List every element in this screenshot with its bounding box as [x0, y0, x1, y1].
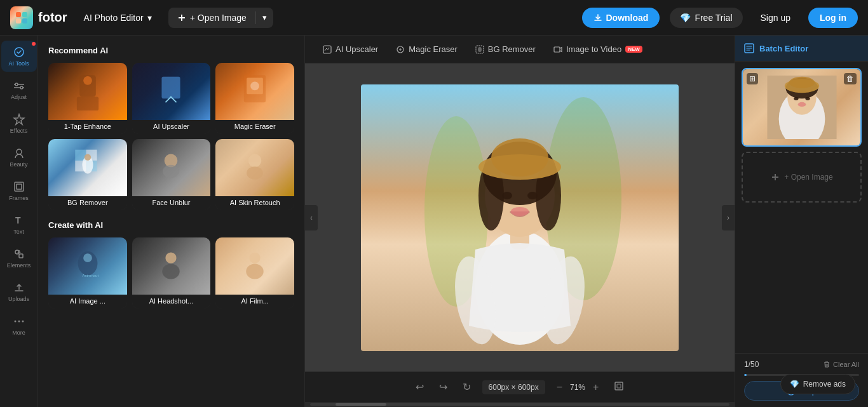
svg-point-38 — [248, 154, 262, 168]
image-to-video-tool-label: Image to Video — [566, 44, 621, 54]
batch-editor-icon — [744, 43, 754, 53]
ai1-svg: Astronaut — [72, 247, 104, 285]
sidebar-label-frames: Frames — [9, 195, 29, 201]
remove-ads-button[interactable]: 💎 Remove ads — [780, 374, 855, 394]
redo-icon: ↪ — [439, 382, 447, 392]
add-image-label: + Open Image — [784, 173, 832, 182]
ai-card-eraser[interactable]: Magic Eraser — [215, 63, 294, 134]
canvas-bottom-bar: ↩ ↪ ↻ 600px × 600px − 71% + — [305, 371, 735, 402]
new-badge: NEW — [625, 46, 642, 53]
login-label: Log in — [820, 13, 846, 23]
canvas-scrollbar[interactable] — [305, 402, 735, 407]
batch-editor-title: Batch Editor — [759, 44, 808, 53]
sidebar-label-adjust: Adjust — [11, 94, 27, 100]
image-to-video-tool[interactable]: Image to Video NEW — [546, 41, 650, 58]
layers-icon: ⊞ — [747, 73, 758, 84]
signup-button[interactable]: Sign up — [753, 8, 798, 28]
download-button[interactable]: Download — [582, 8, 660, 28]
ai-card-skinretouch[interactable]: AI Skin Retouch — [215, 139, 294, 210]
ai-card-1tap[interactable]: 1-Tap Enhance — [48, 63, 127, 134]
progress-bar-fill — [744, 374, 747, 376]
ai-card-ai1[interactable]: Astronaut AI Image ... — [48, 237, 127, 309]
add-image-card[interactable]: + Open Image — [742, 152, 862, 203]
canvas-zoom-control: − 71% + — [553, 380, 603, 394]
thumbnail-delete-button[interactable]: 🗑 — [844, 73, 857, 84]
svg-point-21 — [18, 321, 20, 323]
header: fotor AI Photo Editor ▾ + Open Image ▾ D… — [0, 0, 868, 36]
frames-icon — [13, 180, 25, 193]
undo-icon: ↩ — [416, 382, 424, 392]
svg-point-24 — [83, 76, 92, 85]
zoom-in-button[interactable]: + — [589, 380, 602, 394]
fit-screen-button[interactable] — [610, 377, 628, 397]
sidebar-item-beauty[interactable]: Beauty — [1, 142, 37, 173]
zoom-level: 71% — [570, 383, 585, 392]
ai-card-upscaler[interactable]: AI Upscaler — [132, 63, 211, 134]
ai-card-bgremove-label: BG Remover — [48, 196, 127, 210]
body-area: AI Tools Adjust Effects — [0, 36, 868, 407]
download-label: Download — [606, 13, 649, 23]
svg-text:T: T — [15, 215, 21, 225]
ai-card-skinretouch-img — [215, 139, 294, 196]
ai-card-eraser-label: Magic Eraser — [215, 120, 294, 134]
svg-text:Astronaut: Astronaut — [82, 274, 98, 277]
thumbnail-card[interactable]: ⊞ 🗑 — [742, 68, 862, 147]
thumbnail-overlay: ⊞ 🗑 — [747, 73, 857, 84]
ai-card-bgremove-img — [48, 139, 127, 196]
open-image-button[interactable]: + Open Image — [168, 8, 255, 28]
free-trial-button[interactable]: 💎 Free Trial — [670, 8, 742, 28]
sidebar-label-text: Text — [13, 229, 24, 235]
ai-card-faceunblur[interactable]: Face Unblur — [132, 139, 211, 210]
svg-rect-3 — [22, 18, 27, 23]
svg-rect-68 — [617, 384, 621, 388]
svg-point-37 — [163, 165, 180, 178]
logo: fotor — [10, 6, 67, 29]
magic-eraser-tool[interactable]: Magic Eraser — [388, 41, 465, 58]
eraser-svg — [239, 72, 271, 110]
svg-rect-51 — [554, 47, 560, 52]
skinretouch-svg — [239, 149, 271, 187]
undo-button[interactable]: ↩ — [412, 377, 428, 397]
sidebar-label-ai-tools: AI Tools — [9, 60, 29, 67]
ai-tools-icon — [13, 46, 25, 58]
bg-remover-tool-icon — [475, 45, 484, 54]
sidebar-item-adjust[interactable]: Adjust — [1, 74, 37, 105]
svg-rect-0 — [16, 12, 21, 17]
login-button[interactable]: Log in — [808, 8, 858, 28]
app-title-dropdown[interactable]: AI Photo Editor ▾ — [78, 9, 158, 27]
refresh-icon: ↻ — [463, 382, 471, 392]
adjust-icon — [13, 79, 25, 92]
canvas-area: AI Upscaler Magic Eraser BG Remover — [305, 36, 735, 407]
sidebar-label-elements: Elements — [7, 262, 31, 269]
sidebar-item-effects[interactable]: Effects — [1, 108, 37, 139]
ai-upscaler-tool[interactable]: AI Upscaler — [315, 41, 386, 58]
refresh-button[interactable]: ↻ — [459, 377, 475, 397]
ai-card-ai3[interactable]: AI Film... — [215, 237, 294, 309]
sidebar-item-frames[interactable]: Frames — [1, 175, 37, 206]
redo-button[interactable]: ↪ — [435, 377, 451, 397]
open-image-more-button[interactable]: ▾ — [256, 8, 273, 27]
trash-icon — [823, 361, 831, 368]
bg-remover-tool[interactable]: BG Remover — [468, 41, 543, 58]
svg-rect-15 — [15, 182, 24, 191]
sidebar-item-uploads[interactable]: Uploads — [1, 276, 37, 307]
svg-point-64 — [511, 207, 529, 216]
collapse-left-button[interactable]: ‹ — [305, 205, 318, 230]
magic-eraser-tool-icon — [396, 45, 405, 54]
collapse-right-button[interactable]: › — [722, 205, 735, 230]
ai3-svg — [239, 247, 271, 285]
ai-card-ai2[interactable]: AI Headshot... — [132, 237, 211, 309]
zoom-out-button[interactable]: − — [553, 380, 566, 394]
right-panel-content: ⊞ 🗑 + Open Image — [735, 62, 868, 353]
sidebar-item-ai-tools[interactable]: AI Tools — [1, 41, 37, 72]
sidebar-item-more[interactable]: More — [1, 310, 37, 341]
ai-card-skinretouch-label: AI Skin Retouch — [215, 196, 294, 210]
clear-all-button[interactable]: Clear All — [823, 361, 859, 368]
ai-card-bgremove[interactable]: BG Remover — [48, 139, 127, 210]
svg-point-77 — [805, 97, 810, 100]
sidebar-item-text[interactable]: T Text — [1, 209, 37, 240]
svg-point-50 — [478, 47, 482, 52]
ai-card-faceunblur-label: Face Unblur — [132, 196, 211, 210]
sidebar-item-elements[interactable]: Elements — [1, 243, 37, 274]
svg-marker-13 — [14, 114, 24, 124]
